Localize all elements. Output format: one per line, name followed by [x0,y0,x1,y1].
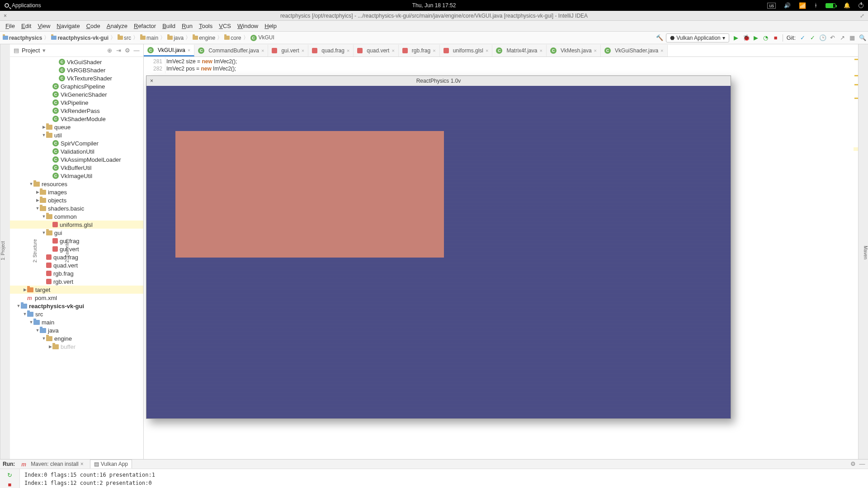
tree-node[interactable]: rgb.vert [10,277,143,286]
tree-node[interactable]: quad.vert [10,261,143,269]
settings-gear-icon[interactable]: ⚙ [124,47,131,54]
gl-close-button[interactable]: × [150,78,153,84]
tree-node[interactable]: ▼engine [10,334,143,343]
menu-navigate[interactable]: Navigate [54,22,82,30]
tree-node[interactable]: CValidationUtil [10,147,143,155]
tree-node[interactable]: gui.vert [10,245,143,253]
tree-node[interactable]: CVkRGBShader [10,66,143,74]
vcs-rollback-icon[interactable]: ↶ [829,35,835,41]
tree-arrow-icon[interactable]: ▼ [29,320,33,324]
error-stripe[interactable] [854,57,858,459]
gl-titlebar[interactable]: × ReactPhysics 1.0v [146,76,731,86]
breadcrumb-segment[interactable]: reactphysics [3,35,42,41]
tree-node[interactable]: CVkShaderModule [10,115,143,123]
tree-node[interactable]: CVkAssimpModelLoader [10,155,143,164]
project-title[interactable]: Project [22,47,40,54]
tool-project[interactable]: 1: Project [0,241,5,260]
tree-node[interactable]: ▼src [10,310,143,318]
tree-node[interactable]: CVkTextureShader [10,74,143,82]
menu-code[interactable]: Code [84,22,103,30]
tree-node[interactable]: CVkPipeline [10,99,143,107]
project-tree[interactable]: CVkGuiShaderCVkRGBShaderCVkTextureShader… [10,57,143,459]
editor-tab[interactable]: CVkMesh.java× [547,45,601,56]
editor-tab[interactable]: CMatrix4f.java× [492,45,546,56]
menu-view[interactable]: View [35,22,53,30]
breadcrumb-segment[interactable]: core [224,35,241,41]
tree-node[interactable]: ▼reactphysics-vk-gui [10,302,143,310]
close-tab-icon[interactable]: × [539,48,542,53]
tree-node[interactable]: quad.frag [10,253,143,261]
tree-arrow-icon[interactable]: ▶ [48,344,52,349]
volume-icon[interactable]: 🔊 [784,2,791,9]
bluetooth-icon[interactable]: ᚼ [814,2,817,9]
tree-node[interactable]: uniforms.glsl [10,221,143,229]
close-tab-icon[interactable]: × [188,47,190,53]
tree-node[interactable]: CSpirVCompiler [10,139,143,147]
vcs-commit-icon[interactable]: ✓ [809,35,816,41]
menu-window[interactable]: Window [235,22,261,30]
tree-arrow-icon[interactable]: ▶ [42,125,46,129]
close-tab-icon[interactable]: × [347,48,349,53]
close-tab-icon[interactable]: × [392,48,394,53]
run-tab-maven[interactable]: mMaven: clean install × [18,460,87,468]
editor-tab[interactable]: CVkGuiShader.java× [601,45,668,56]
tree-arrow-icon[interactable]: ▼ [42,230,46,235]
editor-tab[interactable]: rgb.frag× [399,45,440,56]
tree-node[interactable]: mpom.xml [10,294,143,302]
tree-node[interactable]: CVkImageUtil [10,172,143,180]
editor-tab[interactable]: quad.vert× [354,45,398,56]
vcs-history-icon[interactable]: 🕒 [819,35,826,41]
breadcrumb-segment[interactable]: reactphysics-vk-gui [51,35,108,41]
breadcrumb-segment[interactable]: CVkGUI [250,34,274,41]
breadcrumb-segment[interactable]: engine [193,35,215,41]
select-opened-file-icon[interactable]: ⊕ [106,47,113,54]
tree-arrow-icon[interactable]: ▼ [16,304,21,308]
tree-arrow-icon[interactable]: ▼ [42,336,46,341]
tree-node[interactable]: CVkGuiShader [10,58,143,66]
stop-icon[interactable]: ■ [773,35,779,41]
menu-run[interactable]: Run [179,22,195,30]
tree-node[interactable]: gui.frag [10,237,143,245]
tree-node[interactable]: CVkBufferUtil [10,164,143,172]
tree-arrow-icon[interactable]: ▼ [29,182,33,186]
tree-arrow-icon[interactable]: ▼ [35,328,40,333]
stop-run-icon[interactable]: ■ [8,481,12,488]
build-icon[interactable]: 🔨 [656,35,662,41]
run-hide-icon[interactable]: — [859,461,865,467]
run-side-toolbar[interactable]: ↻ ■ 📷 ≡ ↑ ↓ ↩ ⇥ [0,469,20,488]
vcs-push-icon[interactable]: ↗ [839,35,845,41]
menu-refactor[interactable]: Refactor [131,22,159,30]
code-text[interactable]: ImVec2 size = new ImVec2(); ImVec2 pos =… [166,58,237,72]
window-expand-icon[interactable]: ⤢ [860,13,864,19]
close-tab-icon[interactable]: × [433,48,435,53]
close-tab-icon[interactable]: × [486,48,488,53]
tool-structure[interactable]: 2: Structure [33,239,38,263]
menu-tools[interactable]: Tools [196,22,215,30]
menu-help[interactable]: Help [262,22,279,30]
ide-settings-icon[interactable]: ▦ [849,35,855,41]
tree-node[interactable]: ▼shaders.basic [10,204,143,212]
debug-icon[interactable]: 🐞 [743,35,749,41]
notification-icon[interactable]: 🔔 [844,2,850,9]
wifi-icon[interactable]: 📶 [799,2,806,9]
close-tab-icon[interactable]: × [302,48,304,53]
search-icon[interactable] [5,3,9,8]
tree-node[interactable]: CGraphicsPipeline [10,82,143,90]
tree-node[interactable]: ▶buffer [10,343,143,351]
rerun-icon[interactable]: ↻ [7,472,12,479]
run-tab-vulkan[interactable]: ▤Vulkan App [90,460,132,469]
battery-icon[interactable] [826,3,835,8]
editor-tab[interactable]: uniforms.glsl× [440,45,493,56]
menu-analyze[interactable]: Analyze [104,22,130,30]
tree-node[interactable]: CVkRenderPass [10,107,143,115]
menu-file[interactable]: File [3,22,18,30]
menu-build[interactable]: Build [160,22,178,30]
menu-vcs[interactable]: VCS [216,22,234,30]
keyboard-layout-indicator[interactable]: us [767,3,776,9]
right-tool-stripe[interactable]: Maven Database [858,44,868,459]
gl-canvas[interactable] [146,86,731,418]
editor-tab[interactable]: gui.vert× [268,45,308,56]
editor-tab[interactable]: CCommandBuffer.java× [194,45,268,56]
applications-menu[interactable]: Applications [12,2,41,9]
tree-node[interactable]: ▶target [10,286,143,294]
